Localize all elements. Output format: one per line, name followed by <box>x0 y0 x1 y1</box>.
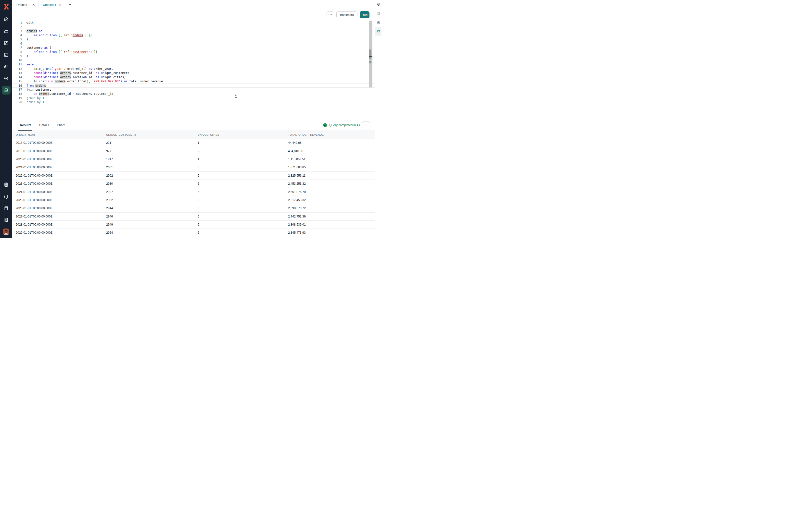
tab-untitled-1[interactable]: Untitled 1 ✕ <box>12 0 39 9</box>
query-status-text: Query completed in 4s <box>329 123 360 127</box>
line-number: 16 <box>12 84 22 88</box>
rightbar-item-explore[interactable] <box>375 0 382 9</box>
table-row[interactable]: 2021-01-01T00:00:00.000Z266161,871,800.8… <box>12 163 375 171</box>
user-avatar[interactable] <box>3 228 9 235</box>
main-area: Untitled 1 ✕ Untitled 1 ✕ + ••• Bookmark… <box>12 0 375 238</box>
line-number: 7 <box>12 46 22 50</box>
code-line: 12 date_trunc('year', ordered_at) as ord… <box>12 67 375 71</box>
table-row[interactable]: 2025-01-01T00:00:00.000Z293262,617,453.3… <box>12 196 375 204</box>
table-cell: 6 <box>198 215 288 218</box>
table-row[interactable]: 2019-01-01T00:00:00.000Z9772494,818.00 <box>12 147 375 155</box>
line-number: 10 <box>12 58 22 62</box>
app-logo[interactable] <box>0 0 12 13</box>
table-cell: 6 <box>198 231 288 234</box>
table-cell: 2,551,076.70 <box>288 190 375 194</box>
tab-label: Untitled 1 <box>43 3 56 7</box>
table-cell: 1917 <box>106 158 198 161</box>
file-drawer-icon <box>3 29 9 34</box>
table-cell: 1,871,800.85 <box>288 166 375 169</box>
column-header[interactable]: ORDER_YEAR <box>16 133 106 136</box>
scrollbar-highlight-mark <box>369 50 371 59</box>
query-status: Query completed in 4s ••• <box>323 119 370 131</box>
table-cell: 6 <box>198 207 288 210</box>
sidebar-item-drawer[interactable] <box>0 25 12 37</box>
tab-untitled-2[interactable]: Untitled 1 ✕ <box>39 0 65 9</box>
table-row[interactable]: 2029-01-01T00:00:00.000Z295462,845,473.9… <box>12 229 375 237</box>
column-header[interactable]: UNIQUE_CITIES <box>198 133 288 136</box>
results-more-button[interactable]: ••• <box>362 121 370 129</box>
table-row[interactable]: 2030-01-01T00:00:00.000Z287961,841,049.3… <box>12 237 375 238</box>
sql-editor[interactable]: 1with23orders as (4 select * from {{ ref… <box>12 20 375 119</box>
table-cell: 2026-01-01T00:00:00.000Z <box>16 207 106 210</box>
tab-details[interactable]: Details <box>39 123 49 127</box>
table-cell: 2,690,570.72 <box>288 207 375 210</box>
tab-chart[interactable]: Chart <box>57 123 65 127</box>
sidebar-item-organization[interactable] <box>0 214 12 226</box>
app-window: Untitled 1 ✕ Untitled 1 ✕ + ••• Bookmark… <box>0 0 382 238</box>
editor-scrollbar[interactable] <box>369 20 372 88</box>
close-icon[interactable]: ✕ <box>59 3 61 6</box>
logo-x-icon <box>3 3 9 10</box>
close-icon[interactable]: ✕ <box>32 3 35 6</box>
more-options-button[interactable]: ••• <box>326 11 334 18</box>
clipboard-icon <box>3 182 9 187</box>
table-cell: 2932 <box>106 199 198 202</box>
table-cell: 2021-01-01T00:00:00.000Z <box>16 166 106 169</box>
table-cell: 2024-01-01T00:00:00.000Z <box>16 190 106 194</box>
rightbar-item-ai-chat[interactable] <box>375 27 382 36</box>
rightbar-item-bookmarks[interactable] <box>375 9 382 18</box>
code-line: 18 on orders.customer_id = customers.cus… <box>12 92 375 96</box>
line-number: 1 <box>12 21 22 25</box>
code-window-icon <box>3 52 9 58</box>
code-line: 4 select * from {{ ref('orders') }} <box>12 33 375 38</box>
table-row[interactable]: 2018-01-01T00:00:00.000Z221144,442.65 <box>12 139 375 147</box>
table-cell: 2,617,453.32 <box>288 199 375 202</box>
line-number: 13 <box>12 71 22 75</box>
active-nav-tile <box>2 86 10 95</box>
more-dots-icon: ••• <box>364 124 368 126</box>
sidebar-item-explore[interactable] <box>0 72 12 84</box>
rightbar-item-history[interactable] <box>375 18 382 27</box>
run-button[interactable]: Run <box>360 11 369 18</box>
line-number: 5 <box>12 38 22 42</box>
table-cell: 2025-01-01T00:00:00.000Z <box>16 199 106 202</box>
right-sidebar <box>375 0 382 238</box>
column-header[interactable]: TOTAL_ORDER_REVENUE <box>288 133 375 136</box>
sidebar-item-develop-active[interactable] <box>0 84 12 96</box>
table-row[interactable]: 2022-01-01T00:00:00.000Z290262,325,556.1… <box>12 172 375 180</box>
sidebar-item-docs[interactable] <box>0 202 12 214</box>
sidebar-item-windows[interactable] <box>0 61 12 72</box>
sidebar-divider <box>0 226 12 226</box>
tab-results[interactable]: Results <box>20 123 32 127</box>
code-lines: 1with23orders as (4 select * from {{ ref… <box>12 20 375 104</box>
table-cell: 2927 <box>106 190 198 194</box>
table-row[interactable]: 2024-01-01T00:00:00.000Z292762,551,076.7… <box>12 188 375 196</box>
headset-icon <box>3 194 9 199</box>
table-cell: 4 <box>198 158 288 161</box>
table-row[interactable]: 2020-01-01T00:00:00.000Z191741,115,869.5… <box>12 155 375 163</box>
table-cell: 1,115,869.51 <box>288 158 375 161</box>
table-row[interactable]: 2028-01-01T00:00:00.000Z294962,808,539.0… <box>12 221 375 229</box>
line-number: 9 <box>12 54 22 58</box>
sidebar-item-support[interactable] <box>0 190 12 202</box>
line-number: 18 <box>12 92 22 96</box>
table-cell: 2954 <box>106 231 198 234</box>
sidebar-item-home[interactable] <box>0 13 12 25</box>
avatar-photo <box>3 228 9 235</box>
editor-toolbar: ••• Bookmark Run <box>12 9 375 20</box>
table-cell: 2,845,473.93 <box>288 231 375 234</box>
bookmark-icon <box>376 11 380 15</box>
new-tab-button[interactable]: + <box>65 0 75 9</box>
sidebar-item-code-editor[interactable] <box>0 49 12 61</box>
table-row[interactable]: 2027-01-01T00:00:00.000Z294662,742,751.3… <box>12 213 375 221</box>
code-line: 20order by 1 <box>12 100 375 104</box>
text-caret <box>46 84 46 87</box>
table-row[interactable]: 2026-01-01T00:00:00.000Z294462,690,570.7… <box>12 204 375 212</box>
code-line: 3orders as ( <box>12 29 375 33</box>
column-header[interactable]: UNIQUE_CUSTOMERS <box>106 133 198 136</box>
table-cell: 44,442.65 <box>288 141 375 145</box>
table-row[interactable]: 2023-01-01T00:00:00.000Z293062,453,253.3… <box>12 180 375 188</box>
sidebar-item-clipboard[interactable] <box>0 179 12 190</box>
sidebar-item-dashboards[interactable] <box>0 37 12 49</box>
bookmark-button[interactable]: Bookmark <box>336 11 357 18</box>
